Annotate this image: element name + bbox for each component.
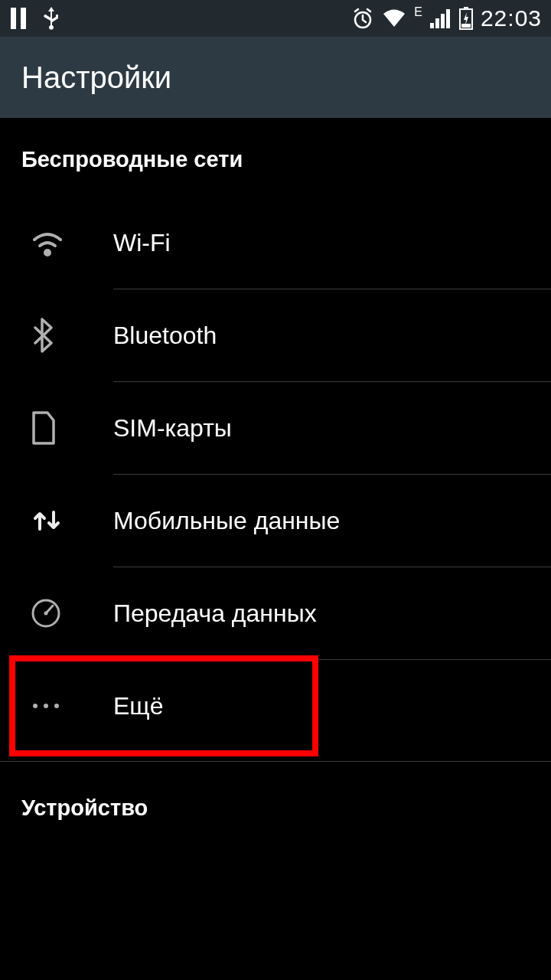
svg-rect-0: [11, 8, 16, 29]
signal-icon: [430, 8, 452, 28]
svg-rect-6: [446, 9, 450, 28]
settings-item-label: Ещё: [113, 692, 163, 720]
settings-content: Беспроводные сети Wi-Fi Bluetooth SIM-ка…: [0, 118, 551, 836]
svg-point-10: [45, 250, 51, 256]
svg-rect-1: [21, 8, 26, 29]
settings-item-bluetooth[interactable]: Bluetooth: [0, 289, 551, 381]
settings-item-data-usage[interactable]: Передача данных: [0, 567, 551, 659]
settings-item-label: Bluetooth: [113, 322, 217, 350]
page-title: Настройки: [21, 60, 171, 95]
svg-rect-9: [461, 24, 471, 28]
more-icon: [31, 702, 61, 710]
settings-item-label: SIM-карты: [113, 414, 232, 443]
gauge-icon: [31, 598, 61, 629]
wifi-icon: [31, 229, 64, 256]
svg-rect-3: [430, 23, 434, 28]
settings-item-label: Передача данных: [113, 599, 317, 628]
svg-point-14: [44, 704, 48, 708]
status-bar: E 22:03: [0, 0, 551, 37]
settings-item-wifi[interactable]: Wi-Fi: [0, 197, 551, 289]
status-time: 22:03: [481, 5, 542, 31]
pause-icon: [9, 8, 28, 29]
settings-item-more[interactable]: Ещё: [0, 660, 551, 752]
battery-icon: [459, 7, 473, 30]
bluetooth-icon: [31, 318, 54, 353]
settings-item-label: Wi-Fi: [113, 229, 171, 257]
settings-item-sim[interactable]: SIM-карты: [0, 382, 551, 474]
svg-point-12: [44, 612, 48, 616]
svg-rect-4: [435, 18, 439, 28]
svg-point-15: [54, 704, 59, 708]
data-arrows-icon: [31, 506, 63, 535]
usb-icon: [43, 5, 60, 31]
settings-item-label: Мобильные данные: [113, 507, 340, 535]
alarm-icon: [351, 7, 374, 30]
network-type-label: E: [414, 5, 422, 19]
section-header-device: Устройство: [0, 762, 551, 836]
sim-icon: [31, 411, 57, 445]
app-bar: Настройки: [0, 37, 551, 118]
svg-rect-5: [441, 14, 445, 28]
settings-item-mobile-data[interactable]: Мобильные данные: [0, 475, 551, 567]
wifi-icon: [382, 8, 406, 28]
svg-point-13: [33, 704, 37, 708]
section-header-wireless: Беспроводные сети: [0, 118, 551, 197]
